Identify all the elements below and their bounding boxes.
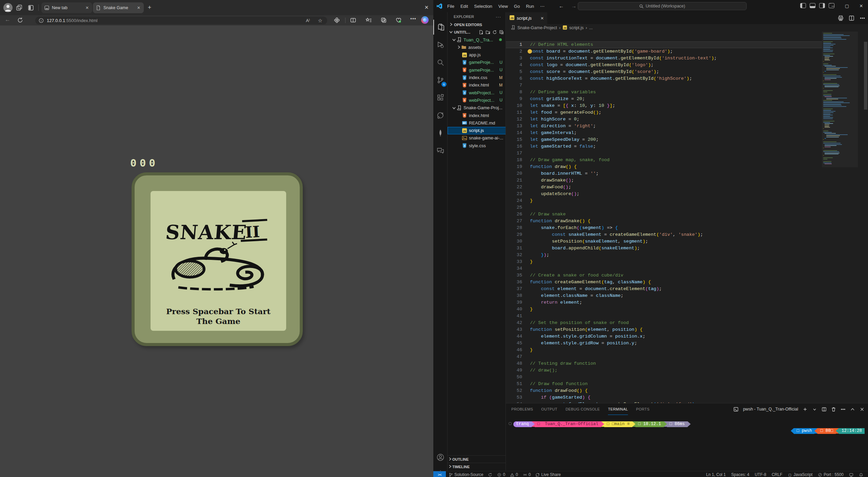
- refresh-explorer-icon[interactable]: [492, 30, 497, 35]
- status-utf-8[interactable]: UTF-8: [755, 472, 766, 477]
- nav-back-icon[interactable]: ←: [559, 3, 564, 9]
- nav-forward-icon[interactable]: →: [571, 3, 576, 9]
- extensions-icon[interactable]: [433, 90, 448, 105]
- read-aloud-icon[interactable]: A): [306, 18, 310, 23]
- url-text[interactable]: 127.0.0.1:5500/index.html: [47, 18, 306, 23]
- menu-go[interactable]: Go: [511, 4, 523, 9]
- browser-tab-new-tab[interactable]: New tab✕: [41, 2, 92, 13]
- tree-item-gameproje[interactable]: 5gameProje...U: [448, 66, 506, 74]
- status-spaces-4[interactable]: Spaces: 4: [731, 472, 749, 477]
- window-maximize-button[interactable]: ▢: [840, 0, 854, 12]
- tree-item-snakegameai[interactable]: snake-game-ai-...: [448, 134, 506, 142]
- tab-script-js[interactable]: JS script.js ✕: [506, 12, 547, 24]
- tree-item-indexhtml[interactable]: 5index.html: [448, 112, 506, 119]
- tree-item-assets[interactable]: assets: [448, 43, 506, 51]
- tab-close-icon[interactable]: ✕: [85, 5, 90, 10]
- back-button[interactable]: ←: [5, 16, 11, 23]
- breadcrumb[interactable]: Snake-Game-Project › JS script.js › ...: [506, 24, 868, 32]
- outline-section[interactable]: OUTLINE: [448, 455, 506, 463]
- tree-item-indexhtml[interactable]: 5index.htmlM: [448, 81, 506, 89]
- favorite-star-icon[interactable]: ☆: [318, 18, 322, 24]
- refresh-button[interactable]: [17, 17, 23, 23]
- workspace-section[interactable]: UNTITL...: [448, 28, 506, 36]
- menu-edit[interactable]: Edit: [457, 4, 471, 9]
- toggle-panel-icon[interactable]: [810, 3, 815, 8]
- tab-preview-icon[interactable]: [27, 4, 35, 12]
- mongodb-icon[interactable]: [433, 126, 448, 140]
- split-editor-icon[interactable]: [849, 15, 854, 21]
- breadcrumb-symbol[interactable]: ...: [589, 25, 592, 30]
- explorer-icon[interactable]: [433, 20, 448, 35]
- menu-selection[interactable]: Selection: [471, 4, 495, 9]
- panel-tab-output[interactable]: OUTPUT: [541, 403, 557, 415]
- status-bell[interactable]: [859, 473, 863, 477]
- remote-indicator[interactable]: ><: [433, 471, 446, 477]
- tab-close-icon[interactable]: ✕: [540, 16, 544, 21]
- browser-close-button[interactable]: ✕: [422, 3, 431, 12]
- new-terminal-icon[interactable]: [803, 407, 808, 412]
- status-0[interactable]: 0: [510, 472, 518, 477]
- tree-item-snakegameproj[interactable]: Snake-Game-Proj...: [448, 104, 506, 112]
- tree-item-webproject[interactable]: 5webProject...U: [448, 96, 506, 104]
- panel-tab-problems[interactable]: PROBLEMS: [511, 403, 533, 415]
- minimap[interactable]: [822, 32, 858, 222]
- split-screen-icon[interactable]: [350, 17, 356, 23]
- menu-[interactable]: ⋯: [537, 4, 548, 9]
- live-share-icon[interactable]: [433, 108, 448, 123]
- terminal-dropdown-icon[interactable]: [812, 407, 817, 412]
- profile-avatar[interactable]: [3, 3, 13, 12]
- status-port-5500[interactable]: Port : 5500: [818, 472, 844, 477]
- panel-more-icon[interactable]: [841, 407, 846, 412]
- site-info-icon[interactable]: [39, 18, 44, 23]
- account-icon[interactable]: [433, 450, 448, 465]
- code-editor[interactable]: 1234567891011121314151617181920212223242…: [506, 32, 868, 403]
- editor-scrollbar[interactable]: [864, 42, 867, 110]
- panel-tab-debug-console[interactable]: DEBUG CONSOLE: [566, 403, 600, 415]
- workspaces-icon[interactable]: [16, 4, 23, 12]
- explorer-more-icon[interactable]: ···: [496, 14, 501, 19]
- kill-terminal-icon[interactable]: [831, 407, 836, 412]
- tree-item-gameproje[interactable]: 3gameProje...U: [448, 59, 506, 66]
- browser-tab-snake-game[interactable]: Snake Game✕: [93, 2, 144, 13]
- favorites-list-icon[interactable]: [366, 17, 372, 23]
- tree-item-webproject[interactable]: 3webProject...U: [448, 89, 506, 96]
- status-javascript[interactable]: {}JavaScript: [788, 472, 812, 477]
- menu-view[interactable]: View: [495, 4, 511, 9]
- close-panel-icon[interactable]: [860, 407, 865, 412]
- tab-close-icon[interactable]: ✕: [136, 5, 141, 10]
- status-feedback[interactable]: [849, 473, 853, 477]
- comments-icon[interactable]: [433, 143, 448, 158]
- source-control-icon[interactable]: 6: [433, 73, 448, 88]
- collapse-folders-icon[interactable]: [499, 30, 504, 35]
- lightbulb-hint-icon[interactable]: [528, 49, 532, 54]
- split-terminal-icon[interactable]: [822, 407, 827, 412]
- menu-file[interactable]: File: [444, 4, 457, 9]
- run-debug-icon[interactable]: [433, 37, 448, 52]
- menu-run[interactable]: Run: [523, 4, 537, 9]
- breadcrumb-root[interactable]: Snake-Game-Project: [517, 25, 557, 30]
- browser-settings-more-icon[interactable]: •••: [410, 16, 416, 21]
- panel-tab-ports[interactable]: PORTS: [636, 403, 650, 415]
- breadcrumb-file[interactable]: script.js: [569, 25, 584, 30]
- status-ln-1-col-1[interactable]: Ln 1, Col 1: [706, 472, 726, 477]
- window-close-button[interactable]: ✕: [854, 0, 868, 12]
- status-0[interactable]: 0: [523, 472, 531, 477]
- tree-item-readmemd[interactable]: MREADME.md: [448, 119, 506, 127]
- command-center[interactable]: Untitled (Workspace): [578, 2, 747, 10]
- tree-item-scriptjs[interactable]: JSscript.js: [448, 127, 506, 134]
- open-editors-section[interactable]: OPEN EDITORS: [448, 21, 506, 28]
- extensions-icon[interactable]: [334, 17, 340, 23]
- status-live-share[interactable]: Live Share: [535, 472, 560, 477]
- timeline-section[interactable]: TIMELINE: [448, 463, 506, 470]
- window-minimize-button[interactable]: –: [826, 0, 840, 12]
- address-bar[interactable]: 127.0.0.1:5500/index.html A) ☆: [35, 17, 327, 24]
- collections-icon[interactable]: [380, 17, 387, 23]
- tree-item-indexcss[interactable]: 3index.cssM: [448, 74, 506, 81]
- tree-item-tuanqtra[interactable]: Tuan_Q._Tra...: [448, 36, 506, 43]
- toggle-secondary-sidebar-icon[interactable]: [819, 3, 825, 8]
- toggle-sidebar-icon[interactable]: [800, 3, 806, 8]
- new-file-icon[interactable]: [479, 30, 484, 35]
- print-code-icon[interactable]: [838, 15, 844, 21]
- status-solution-source[interactable]: Solution-Source: [449, 472, 483, 477]
- tree-item-appjs[interactable]: JSapp.js: [448, 51, 506, 59]
